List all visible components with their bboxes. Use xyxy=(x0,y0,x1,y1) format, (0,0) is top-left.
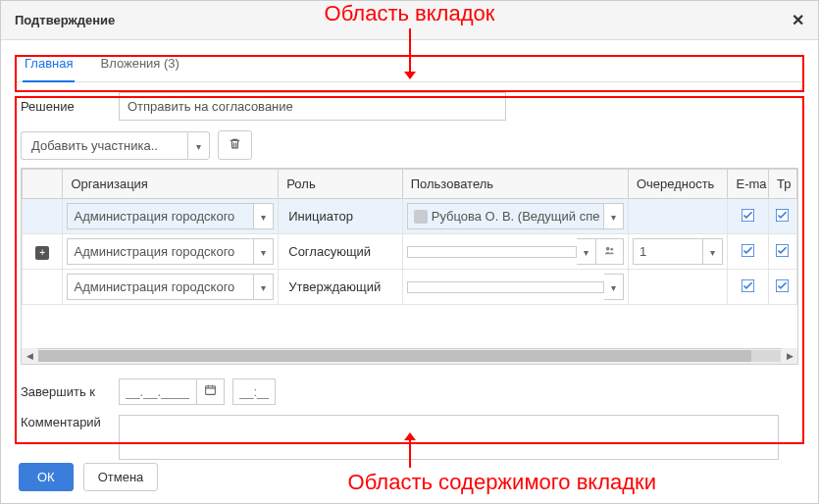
tab-attachments[interactable]: Вложения (3) xyxy=(98,50,180,81)
complete-by-time-input[interactable] xyxy=(232,378,276,405)
cancel-button[interactable]: Отмена xyxy=(83,463,159,491)
order-dropdown[interactable] xyxy=(703,238,723,265)
email-checkbox[interactable] xyxy=(742,209,754,222)
annotation-content-label: Область содержимого вкладки xyxy=(348,470,656,495)
user-dropdown[interactable] xyxy=(604,203,624,229)
user-dropdown[interactable] xyxy=(577,238,596,265)
col-org[interactable]: Организация xyxy=(63,170,279,199)
expand-icon[interactable]: + xyxy=(35,246,49,260)
org-dropdown[interactable] xyxy=(254,238,274,265)
dialog-title: Подтверждение xyxy=(15,13,115,27)
email-checkbox[interactable] xyxy=(742,279,754,292)
table-row[interactable]: Администрация городского Утверждающий xyxy=(23,270,797,305)
tr-checkbox[interactable] xyxy=(776,279,789,292)
col-user[interactable]: Пользователь xyxy=(402,170,628,199)
role-cell: Утверждающий xyxy=(282,275,397,299)
comment-label: Комментарий xyxy=(21,415,119,429)
scroll-right-icon[interactable]: ▶ xyxy=(782,348,797,364)
trash-icon xyxy=(229,138,241,153)
add-participant-label[interactable]: Добавить участника.. xyxy=(21,131,187,160)
calendar-button[interactable] xyxy=(197,378,225,405)
org-dropdown[interactable] xyxy=(254,203,274,229)
org-input[interactable]: Администрация городского xyxy=(67,274,254,300)
table-row[interactable]: + Администрация городского Согласующий xyxy=(23,234,797,270)
user-input[interactable]: Рубцова О. В. (Ведущий спе xyxy=(407,203,604,229)
comment-textarea[interactable] xyxy=(119,415,779,460)
scroll-track[interactable] xyxy=(38,350,781,362)
svg-rect-12 xyxy=(206,385,216,394)
user-dropdown[interactable] xyxy=(604,274,624,300)
table-row[interactable]: Администрация городского Инициатор Рубцо… xyxy=(23,199,797,234)
tr-checkbox[interactable] xyxy=(776,209,789,222)
add-participant-dropdown[interactable] xyxy=(187,131,210,160)
ok-button[interactable]: ОК xyxy=(19,463,74,491)
participants-grid: Организация Роль Пользователь Очередност… xyxy=(21,168,798,365)
delete-button[interactable] xyxy=(218,130,252,160)
user-icon xyxy=(414,210,428,224)
dialog-title-bar: Подтверждение ✕ xyxy=(1,1,818,40)
tab-bar: Главная Вложения (3) xyxy=(15,40,804,82)
col-order[interactable]: Очередность xyxy=(628,170,728,199)
col-role[interactable]: Роль xyxy=(279,170,402,199)
close-icon[interactable]: ✕ xyxy=(792,11,804,29)
org-input[interactable]: Администрация городского xyxy=(67,238,254,265)
user-input[interactable] xyxy=(407,281,604,293)
scroll-left-icon[interactable]: ◀ xyxy=(22,348,37,364)
grid-horizontal-scrollbar[interactable]: ◀ ▶ xyxy=(22,348,797,364)
scroll-thumb[interactable] xyxy=(38,350,751,362)
user-group-button[interactable] xyxy=(596,238,624,265)
svg-point-7 xyxy=(610,248,613,251)
grid-header-row: Организация Роль Пользователь Очередност… xyxy=(23,170,797,199)
email-checkbox[interactable] xyxy=(742,244,754,257)
complete-by-label: Завершить к xyxy=(21,384,119,399)
svg-point-6 xyxy=(606,247,610,251)
confirmation-dialog: Подтверждение ✕ Область вкладок Область … xyxy=(0,0,819,504)
org-dropdown[interactable] xyxy=(254,274,274,300)
col-expand xyxy=(23,170,63,199)
tab-main[interactable]: Главная xyxy=(23,50,75,82)
col-tr[interactable]: Тр xyxy=(768,170,796,199)
decision-input[interactable] xyxy=(119,92,506,121)
org-input[interactable]: Администрация городского xyxy=(67,203,254,229)
add-participant-button[interactable]: Добавить участника.. xyxy=(21,131,210,160)
complete-by-date-input[interactable] xyxy=(119,378,197,405)
role-cell: Инициатор xyxy=(282,204,397,228)
col-email[interactable]: E-ma xyxy=(728,170,768,199)
order-input[interactable]: 1 xyxy=(633,238,704,265)
decision-label: Решение xyxy=(21,99,119,114)
user-input[interactable] xyxy=(407,246,577,258)
calendar-icon xyxy=(204,384,217,399)
role-cell: Согласующий xyxy=(282,239,397,264)
tr-checkbox[interactable] xyxy=(776,244,789,257)
